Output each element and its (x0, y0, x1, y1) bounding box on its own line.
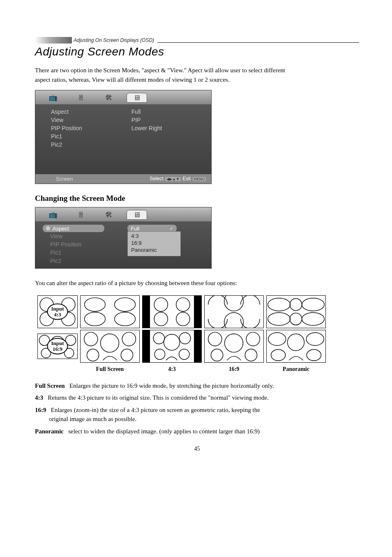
svg-point-41 (288, 334, 304, 350)
osd-item-pip-position: PIP Position (51, 124, 131, 132)
osd-footer-hint: Select ◀▶▲▼ Exit MENU (150, 176, 206, 182)
osd-item-view: View (51, 116, 131, 124)
svg-point-25 (84, 332, 98, 345)
svg-point-4 (85, 297, 106, 311)
svg-point-32 (180, 332, 191, 343)
col-label-panoramic: Panoramic (266, 364, 326, 373)
osd-tab-picture-icon: 📺 (43, 93, 63, 103)
caption-text: You can alter the aspect ratio of a pict… (35, 278, 359, 288)
svg-point-19 (302, 312, 325, 325)
def-text-16-9: Enlarges (zoom-in) the size of a 4:3 pic… (35, 407, 260, 422)
osd-dropdown-list: 4:3 16:9 Panoramic (127, 231, 181, 256)
svg-point-5 (115, 297, 136, 311)
osd-item-view: View (43, 232, 127, 240)
svg-point-8 (154, 297, 168, 311)
aspect-ratio-table: Input4:3 (35, 294, 328, 374)
selection-dot-icon (46, 226, 50, 230)
svg-point-17 (268, 312, 291, 325)
input-4-3-cell: Input4:3 (37, 295, 78, 328)
osd-footer-label: Screen (56, 176, 73, 182)
svg-point-38 (211, 349, 223, 361)
page-title: Adjusting Screen Modes (35, 45, 359, 58)
osd-tab-picture-icon: 📺 (43, 210, 63, 220)
osd-tab-audio-icon: 🎚 (71, 93, 91, 103)
svg-point-27 (122, 332, 136, 345)
svg-point-36 (225, 334, 243, 352)
def-text-4-3: Returns the 4:3 picture to its original … (48, 394, 269, 401)
svg-point-11 (176, 312, 190, 325)
osd-item-pic1: Pic1 (51, 132, 131, 140)
svg-point-29 (121, 349, 133, 361)
def-term-fullscreen: Full Screen (35, 382, 65, 389)
svg-point-40 (268, 332, 286, 345)
definitions: Full Screen Enlarges the picture to 16:9… (35, 382, 359, 436)
dd-item-4-3: 4:3 (130, 232, 178, 239)
svg-point-39 (245, 349, 257, 361)
cell-4-3-panoramic (266, 295, 326, 328)
intro-paragraph: There are two option in the Screen Modes… (35, 66, 290, 84)
osd-value-aspect: Full (131, 108, 204, 116)
svg-point-33 (154, 349, 165, 359)
dd-item-panoramic: Panoramic (130, 246, 178, 253)
osd-tab-setup-icon: 🛠 (99, 93, 119, 103)
svg-point-44 (307, 349, 321, 360)
def-term-16-9: 16:9 (35, 407, 46, 413)
osd-item-pip-position: PIP Position (43, 240, 127, 249)
svg-point-15 (290, 298, 302, 310)
def-term-4-3: 4:3 (35, 394, 43, 401)
svg-point-9 (176, 297, 190, 311)
col-label-4-3: 4:3 (142, 364, 202, 373)
svg-point-26 (101, 334, 119, 352)
osd-item-aspect-selected: Aspect (43, 225, 104, 232)
svg-point-43 (271, 349, 286, 360)
col-label-fullscreen: Full Screen (80, 364, 140, 373)
osd-screenshot-2: 📺 🎚 🛠 🖥 Aspect View PIP Position Pic1 Pi… (35, 207, 212, 269)
dd-item-16-9: 16:9 (130, 239, 178, 246)
svg-point-37 (246, 332, 260, 345)
svg-point-6 (85, 312, 106, 325)
svg-point-16 (302, 298, 325, 311)
col-label-16-9: 16:9 (204, 364, 264, 373)
svg-point-18 (290, 313, 302, 325)
input-16-9-cell: Input16:9 (37, 334, 78, 359)
svg-point-34 (179, 349, 189, 359)
osd-item-aspect: Aspect (51, 108, 131, 116)
svg-point-14 (268, 298, 291, 311)
cell-16-9-fullscreen (80, 330, 140, 363)
osd-tab-screen-icon: 🖥 (127, 210, 147, 220)
svg-point-7 (115, 312, 136, 325)
def-text-fullscreen: Enlarges the picture to 16:9 wide mode, … (69, 382, 274, 389)
osd-tab-audio-icon: 🎚 (71, 210, 91, 220)
def-term-panoramic: Panoramic (35, 428, 64, 435)
svg-point-35 (208, 332, 222, 345)
cell-4-3-zoom (204, 295, 264, 328)
osd-item-pic2: Pic2 (51, 140, 131, 149)
osd-item-pic2: Pic2 (43, 257, 127, 265)
input-16-9-label: Input16:9 (47, 338, 68, 354)
breadcrumb: Adjusting On Screen Displays (OSD) (74, 37, 154, 44)
svg-point-10 (154, 312, 168, 325)
osd-value-pip-position: Lower Right (131, 124, 204, 132)
cell-16-9-native (142, 330, 202, 363)
cell-16-9-panoramic (266, 330, 326, 363)
page-number: 45 (35, 446, 359, 452)
cell-4-3-fullscreen (80, 295, 140, 328)
check-icon: ✓ (170, 226, 173, 231)
svg-point-28 (87, 349, 99, 361)
osd-item-pic1: Pic1 (43, 249, 127, 257)
svg-point-30 (153, 332, 164, 343)
header-rule (157, 42, 359, 43)
def-text-panoramic: select to widen the displayed image. (on… (68, 428, 260, 435)
osd-screenshot-1: 📺 🎚 🛠 🖥 Aspect View PIP Position Pic1 Pi… (35, 90, 212, 184)
input-4-3-label: Input4:3 (47, 303, 68, 320)
cell-16-9-zoom (204, 330, 264, 363)
osd-tab-screen-icon: 🖥 (127, 93, 147, 103)
svg-point-31 (164, 334, 180, 350)
subheading-changing-mode: Changing the Screen Mode (35, 194, 359, 203)
osd-value-view: PIP (131, 116, 204, 124)
header-gradient (35, 37, 72, 44)
osd-tab-setup-icon: 🛠 (99, 210, 119, 220)
svg-point-42 (306, 332, 324, 345)
cell-4-3-native (142, 295, 202, 328)
